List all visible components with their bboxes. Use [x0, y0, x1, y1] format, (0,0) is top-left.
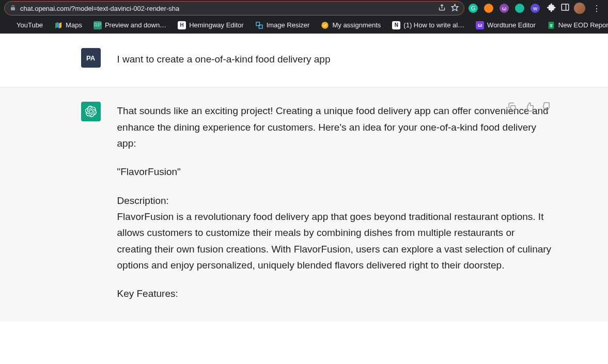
purple-circle-icon[interactable]: ω — [500, 4, 509, 13]
bookmark-item[interactable]: HHemingway Editor — [176, 20, 246, 30]
chat-area: PA I want to create a one-of-a-kind food… — [0, 34, 608, 364]
bookmark-item[interactable]: Image Resizer — [253, 20, 312, 30]
assistant-avatar — [81, 102, 101, 121]
bookmark-label: (1) How to write al… — [403, 21, 464, 29]
copy-icon[interactable] — [507, 102, 517, 112]
svg-rect-1 — [562, 4, 569, 10]
kebab-menu-icon[interactable]: ⋮ — [589, 4, 604, 13]
share-icon[interactable] — [438, 4, 446, 13]
panel-icon[interactable] — [560, 3, 570, 14]
metamask-icon[interactable] — [484, 4, 493, 13]
bookmark-label: Maps — [66, 21, 82, 29]
bookmark-icon — [321, 21, 329, 29]
user-avatar-initials: PA — [86, 54, 95, 62]
bookmark-label: New EOD Report -… — [558, 21, 608, 29]
bookmark-item[interactable]: My assignments — [319, 20, 383, 30]
svg-rect-7 — [510, 106, 515, 110]
extensions-icon[interactable] — [547, 3, 556, 14]
user-message: PA I want to create a one-of-a-kind food… — [0, 34, 608, 87]
bookmark-icon — [547, 21, 555, 29]
bookmark-item[interactable]: RPPreview and down… — [91, 20, 168, 30]
bookmark-icon: N — [392, 21, 400, 29]
bookmark-item[interactable]: ωWordtune Editor — [474, 20, 538, 30]
omnibox[interactable]: chat.openai.com/?model=text-davinci-002-… — [4, 1, 464, 15]
assistant-paragraph: Key Features: — [117, 286, 552, 302]
bookmark-item[interactable]: YouTube — [3, 20, 45, 30]
bookmark-icon: RP — [93, 21, 102, 29]
url-text: chat.openai.com/?model=text-davinci-002-… — [20, 5, 434, 12]
openai-logo-icon — [85, 106, 97, 117]
omnibox-row: chat.openai.com/?model=text-davinci-002-… — [0, 0, 608, 17]
message-actions — [507, 102, 552, 112]
assistant-message: That sounds like an exciting project! Cr… — [0, 87, 608, 321]
user-message-text: I want to create a one-of-a-kind food de… — [117, 48, 552, 67]
bookmark-label: YouTube — [17, 21, 43, 29]
bookmarks-bar: YouTubeMapsRPPreview and down…HHemingway… — [0, 17, 608, 34]
bookmark-label: My assignments — [332, 21, 381, 29]
bookmark-icon: ω — [476, 21, 484, 29]
bookmark-item[interactable]: N(1) How to write al… — [390, 20, 466, 30]
bookmark-label: Preview and down… — [105, 21, 166, 29]
wordtune-icon[interactable]: w — [531, 4, 540, 13]
bookmark-label: Hemingway Editor — [189, 21, 244, 29]
bookmark-icon — [255, 21, 263, 29]
bookmark-icon — [54, 21, 63, 29]
assistant-paragraph: Description:FlavorFusion is a revolution… — [117, 193, 552, 274]
star-icon[interactable] — [451, 4, 459, 13]
svg-point-5 — [322, 22, 329, 28]
bookmark-icon — [5, 21, 13, 29]
user-avatar: PA — [81, 48, 101, 68]
thumbs-down-icon[interactable] — [542, 102, 552, 112]
lock-icon — [10, 5, 16, 12]
browser-chrome: chat.openai.com/?model=text-davinci-002-… — [0, 0, 608, 34]
toolbar-icons: Gωw — [469, 4, 543, 13]
profile-avatar[interactable] — [574, 3, 585, 14]
assistant-paragraph: That sounds like an exciting project! Cr… — [117, 103, 552, 151]
assistant-paragraph: "FlavorFusion" — [117, 164, 552, 180]
bookmark-label: Wordtune Editor — [487, 21, 536, 29]
bookmark-label: Image Resizer — [267, 21, 310, 29]
teal-circle-icon[interactable] — [515, 4, 524, 13]
svg-marker-0 — [451, 4, 458, 11]
thumbs-up-icon[interactable] — [524, 102, 535, 112]
bookmark-item[interactable]: New EOD Report -… — [545, 20, 608, 30]
assistant-message-content: That sounds like an exciting project! Cr… — [117, 102, 552, 302]
bookmark-icon: H — [178, 21, 186, 29]
bookmark-item[interactable]: Maps — [52, 20, 84, 30]
grammarly-icon[interactable]: G — [469, 4, 478, 13]
